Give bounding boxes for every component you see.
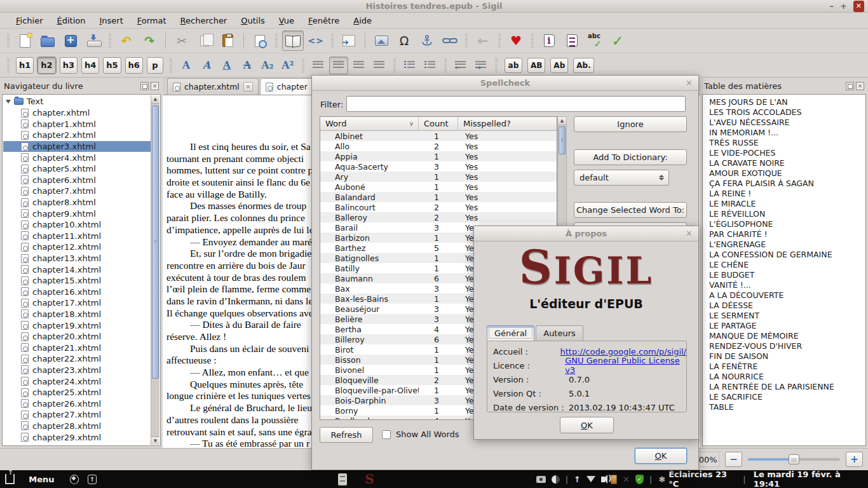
wifi-tray-icon[interactable]: [587, 476, 595, 482]
tree-item[interactable]: chapter9.xhtml: [3, 208, 151, 219]
tree-item[interactable]: chapter26.xhtml: [3, 398, 151, 409]
redo-button[interactable]: [139, 30, 160, 51]
toc-item[interactable]: L'ÉGLISOPHONE: [703, 219, 865, 229]
toolbar-grip[interactable]: [495, 58, 498, 72]
strikethrough-button[interactable]: [238, 57, 257, 74]
toc-item[interactable]: LA REINE !: [703, 189, 865, 199]
numbered-list-button[interactable]: [421, 57, 440, 74]
tree-item[interactable]: chapter23.xhtml: [3, 365, 151, 376]
toolbar-grip[interactable]: [465, 34, 468, 48]
metadata-editor-button[interactable]: [538, 30, 560, 51]
toc-item[interactable]: MANQUE DE MÉMOIRE: [703, 331, 865, 341]
spellcheck-button[interactable]: [584, 30, 606, 51]
launcher-icon[interactable]: [5, 474, 15, 484]
info-value[interactable]: 0.7.0: [569, 375, 590, 384]
scrollbar-thumb[interactable]: [559, 126, 566, 154]
table-row[interactable]: Ary 1 Yes: [320, 172, 557, 182]
outdent-button[interactable]: [451, 57, 470, 74]
table-row[interactable]: Albinet 1 Yes: [320, 131, 557, 141]
donate-button[interactable]: [505, 30, 527, 51]
toolbar-grip[interactable]: [109, 34, 111, 48]
close-icon[interactable]: ✕: [853, 1, 864, 12]
table-row[interactable]: Allo 2 Yes: [320, 141, 557, 151]
close-panel-icon[interactable]: ×: [856, 82, 864, 90]
toolbar-grip[interactable]: [170, 58, 172, 72]
float-panel-icon[interactable]: [140, 82, 149, 90]
toc-item[interactable]: FIN DE SAISON: [703, 351, 865, 362]
toc-item[interactable]: MES JOURS DE L'AN: [703, 97, 865, 107]
taskbar-menu-button[interactable]: Menu: [29, 475, 54, 484]
tree-item[interactable]: chapter5.xhtml: [3, 163, 151, 175]
tree-folder-text[interactable]: Text: [3, 95, 151, 107]
about-ok-button[interactable]: OK: [560, 417, 614, 433]
tree-item[interactable]: chapter12.xhtml: [3, 241, 151, 253]
special-character-button[interactable]: [393, 30, 415, 51]
settings-compass-icon[interactable]: [70, 475, 79, 484]
tab-close-icon[interactable]: ✕: [243, 82, 253, 92]
tree-item[interactable]: chapter4.xhtml: [3, 152, 151, 163]
toc-item[interactable]: VANITÉ !...: [703, 280, 865, 290]
tree-item[interactable]: chapter25.xhtml: [3, 387, 151, 398]
close-tray-icon[interactable]: [623, 475, 630, 484]
table-row[interactable]: Aqua-Sacerty 3 Yes: [320, 161, 557, 172]
scroll-up-icon[interactable]: ▲: [558, 117, 566, 125]
toolbar-grip[interactable]: [331, 34, 334, 48]
info-value[interactable]: http://code.google.com/p/sigil/: [560, 347, 686, 356]
toolbar-grip[interactable]: [498, 34, 501, 48]
tab-general[interactable]: Général: [487, 325, 534, 341]
ignore-button[interactable]: Ignore: [574, 116, 687, 132]
toolbar-grip[interactable]: [302, 58, 304, 72]
menu-item[interactable]: Aide: [346, 15, 379, 27]
about-dialog-titlebar[interactable]: À propos ✕: [474, 226, 698, 241]
paste-button[interactable]: [217, 30, 238, 51]
screenshot-tray-icon[interactable]: [536, 476, 546, 483]
sigil-task-icon[interactable]: S: [365, 471, 374, 487]
toc-item[interactable]: LA CRAVATE NOIRE: [703, 158, 865, 168]
validate-button[interactable]: [607, 30, 628, 51]
maximize-icon[interactable]: +: [840, 1, 847, 12]
add-to-dictionary-button[interactable]: Add To Dictionary:: [574, 149, 687, 165]
align-right-button[interactable]: [349, 57, 369, 74]
column-count[interactable]: Count: [419, 117, 458, 130]
menu-item[interactable]: Fichier: [9, 15, 50, 27]
insert-link-button[interactable]: [439, 30, 461, 51]
split-chapter-button[interactable]: [338, 30, 360, 51]
toc-item[interactable]: LE SACRIFICE: [703, 392, 865, 402]
new-file-button[interactable]: [14, 30, 36, 51]
dictionary-select[interactable]: default: [574, 170, 669, 186]
tab-authors[interactable]: Auteurs: [536, 325, 583, 341]
underline-button[interactable]: [217, 57, 236, 74]
column-misspelled[interactable]: Misspelled?: [458, 117, 557, 130]
toc-item[interactable]: LE VIDE-POCHES: [703, 148, 865, 158]
clock[interactable]: Le mardi 19 févr. à 19:41: [754, 470, 863, 488]
toc-item[interactable]: AMOUR EXOTIQUE: [703, 168, 865, 179]
tree-item[interactable]: chapter10.xhtml: [3, 219, 151, 231]
tree-scrollbar[interactable]: ▲ ▼: [151, 95, 159, 445]
scroll-down-icon[interactable]: ▼: [151, 437, 159, 445]
toc-item[interactable]: LA CONFESSION DE GERMAINE: [703, 250, 865, 260]
tree-item[interactable]: chapter16.xhtml: [3, 287, 151, 298]
toc-item[interactable]: LE MIRACLE: [703, 199, 865, 209]
save-button[interactable]: [83, 30, 104, 51]
tree-item[interactable]: chapter19.xhtml: [3, 320, 151, 331]
toc-item[interactable]: IN MEMORIAM !...: [703, 128, 865, 138]
spellcheck-ok-button[interactable]: OK: [635, 448, 687, 464]
info-value[interactable]: GNU General Public License v3: [565, 356, 686, 375]
dialog-close-icon[interactable]: ✕: [686, 78, 693, 88]
toc-item[interactable]: TRÈS RUSSE: [703, 138, 865, 148]
toc-item[interactable]: TABLE: [703, 402, 865, 412]
undo-button[interactable]: [116, 30, 137, 51]
tree-item[interactable]: chapter21.xhtml: [3, 342, 151, 353]
scrollbar-thumb[interactable]: [152, 105, 159, 379]
tree-item[interactable]: chapter17.xhtml: [3, 297, 151, 309]
text-case-button[interactable]: AB: [527, 58, 545, 73]
display-tray-icon[interactable]: [552, 475, 560, 484]
float-panel-icon[interactable]: [846, 82, 854, 90]
heading-button[interactable]: h4: [81, 57, 99, 74]
bullet-list-button[interactable]: [400, 57, 419, 74]
toc-item[interactable]: A LA DÉCOUVERTE: [703, 290, 865, 301]
subscript-button[interactable]: [258, 57, 277, 74]
column-word[interactable]: Word∨: [320, 117, 419, 130]
book-view-button[interactable]: [282, 30, 304, 51]
show-all-words-checkbox[interactable]: [382, 430, 391, 439]
